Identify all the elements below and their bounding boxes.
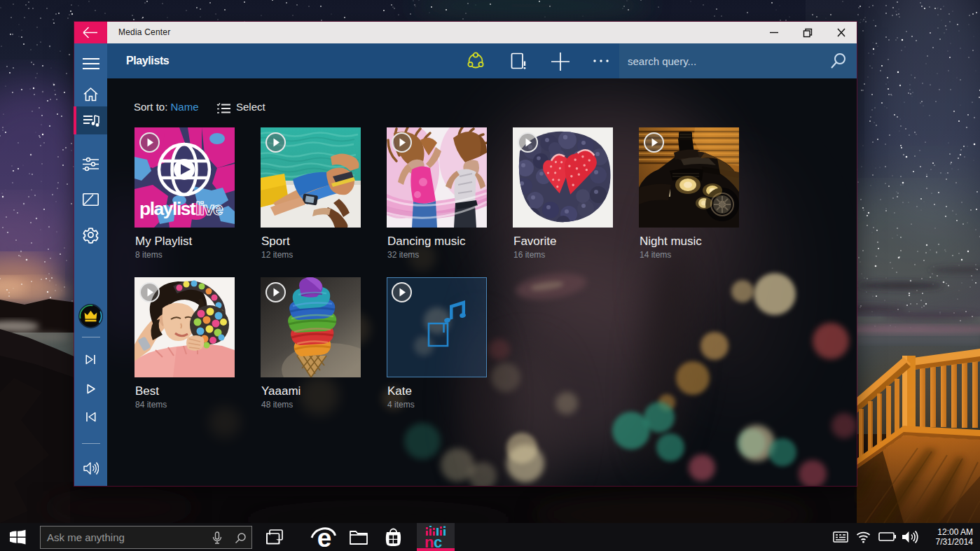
svg-text:playlist: playlist [139,198,196,219]
svg-text:live: live [195,198,223,219]
svg-text:c: c [434,533,442,549]
svg-text:n: n [425,533,434,549]
